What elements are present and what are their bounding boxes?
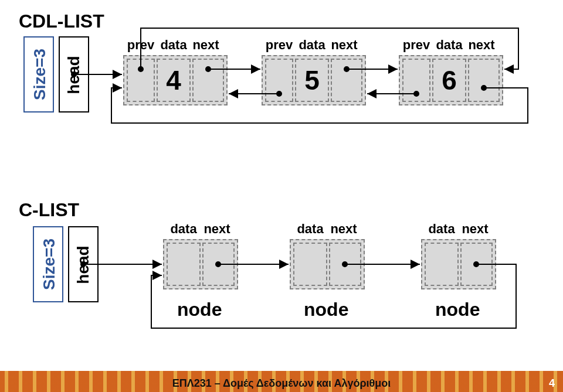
cdl-n3-val: 6 bbox=[432, 64, 466, 96]
c-n2-label: node bbox=[304, 299, 348, 321]
page-number: 4 bbox=[549, 377, 555, 390]
c-n3-next-h: next bbox=[460, 221, 490, 237]
slide: CDL-LIST Size=3 head prev data next 4 pr… bbox=[0, 0, 563, 392]
c-n2-next-h: next bbox=[329, 221, 358, 237]
footer: ΕΠΛ231 – Δομές Δεδομένων και Αλγόριθμοι … bbox=[0, 371, 563, 392]
cdl-n3-next-cell bbox=[468, 59, 500, 102]
c-n3-label: node bbox=[435, 299, 480, 321]
cdl-head-label: head bbox=[65, 52, 83, 98]
c-head-label: head bbox=[74, 241, 93, 288]
c-n3-data-cell bbox=[425, 243, 459, 286]
cdl-n2-data-h: data bbox=[295, 38, 329, 53]
c-n1-next-h: next bbox=[202, 221, 232, 237]
c-n3-data-h: data bbox=[425, 221, 459, 237]
cdl-n2-next-cell bbox=[331, 59, 362, 102]
c-n1-next-cell bbox=[202, 243, 235, 286]
cdl-n2-next-h: next bbox=[330, 38, 359, 53]
cdl-n2-val: 5 bbox=[295, 64, 329, 96]
c-n2-data-h: data bbox=[293, 221, 327, 237]
cdl-n3-prev-h: prev bbox=[402, 38, 430, 53]
cdl-n2-prev-cell bbox=[265, 59, 293, 102]
cdl-n1-next-h: next bbox=[191, 38, 221, 53]
cdl-title: CDL-LIST bbox=[19, 11, 104, 32]
c-n1-data-h: data bbox=[167, 221, 201, 237]
footer-text: ΕΠΛ231 – Δομές Δεδομένων και Αλγόριθμοι bbox=[0, 377, 563, 390]
cdl-n2-prev-h: prev bbox=[265, 38, 293, 53]
cdl-n3-data-h: data bbox=[432, 38, 466, 53]
c-n2-next-cell bbox=[329, 243, 361, 286]
cdl-n1-data-h: data bbox=[157, 38, 191, 53]
cdl-n1-prev-cell bbox=[127, 59, 155, 102]
cdl-n1-val: 4 bbox=[157, 64, 191, 96]
c-n1-data-cell bbox=[167, 243, 201, 286]
cdl-n3-next-h: next bbox=[467, 38, 496, 53]
cdl-n1-next-cell bbox=[192, 59, 224, 102]
c-n3-next-cell bbox=[460, 243, 493, 286]
cdl-size-label: Size=3 bbox=[30, 50, 49, 100]
c-title: C-LIST bbox=[19, 199, 79, 221]
c-n1-label: node bbox=[177, 299, 222, 321]
cdl-n3-prev-cell bbox=[402, 59, 430, 102]
c-size-label: Size=3 bbox=[40, 240, 59, 290]
c-n2-data-cell bbox=[293, 243, 327, 286]
cdl-n1-prev-h: prev bbox=[127, 38, 155, 53]
